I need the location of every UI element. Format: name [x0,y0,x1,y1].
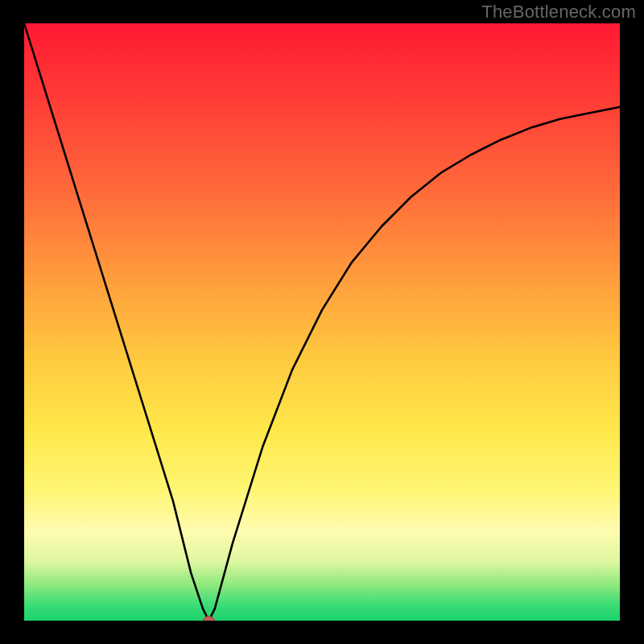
chart-container: TheBottleneck.com [0,0,644,644]
minimum-marker [203,617,214,621]
plot-area [24,23,620,621]
watermark-text: TheBottleneck.com [481,2,636,23]
curve-layer [24,23,620,621]
curve-path [24,23,620,621]
